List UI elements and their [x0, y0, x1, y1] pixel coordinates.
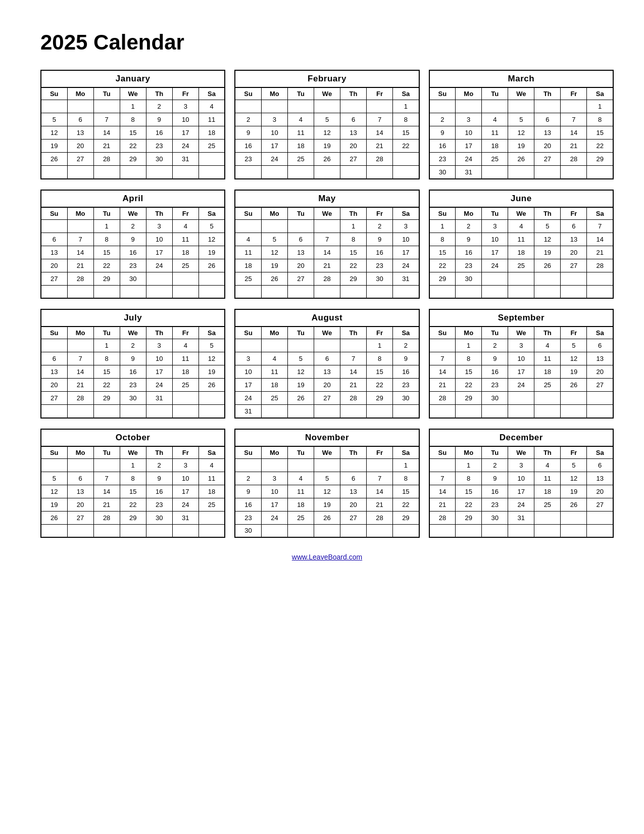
day-cell	[261, 524, 287, 537]
month-table-june: JuneSuMoTuWeThFrSa1234567891011121314151…	[429, 190, 614, 299]
day-header: Su	[235, 207, 261, 220]
day-header: Fr	[367, 207, 393, 220]
day-header: Th	[534, 207, 561, 220]
day-cell: 11	[482, 126, 508, 140]
day-cell: 30	[146, 153, 172, 166]
day-cell: 24	[172, 498, 199, 511]
day-header: Tu	[93, 207, 120, 220]
day-cell: 10	[235, 365, 261, 379]
day-cell	[67, 339, 93, 352]
day-cell: 24	[146, 259, 172, 272]
day-cell: 7	[367, 472, 393, 485]
day-cell	[41, 100, 67, 113]
day-cell: 26	[41, 511, 67, 524]
day-cell	[482, 272, 508, 285]
day-cell: 29	[367, 392, 393, 405]
day-cell: 9	[482, 472, 508, 485]
footer-link[interactable]: www.LeaveBoard.com	[40, 553, 614, 561]
day-cell: 22	[393, 140, 419, 153]
day-cell	[199, 285, 225, 298]
month-table-november: NovemberSuMoTuWeThFrSa123456789101112131…	[234, 429, 419, 538]
day-cell	[287, 285, 314, 298]
day-header: Su	[429, 327, 456, 339]
day-cell	[367, 405, 393, 418]
table-row: 18192021222324	[235, 259, 419, 272]
day-cell: 29	[340, 272, 367, 285]
day-cell: 19	[534, 246, 561, 259]
day-header: Th	[340, 446, 367, 459]
day-cell: 14	[67, 246, 93, 259]
day-cell	[199, 166, 225, 179]
day-cell	[314, 339, 340, 352]
day-cell: 1	[120, 458, 146, 472]
day-cell: 1	[93, 339, 120, 352]
day-cell: 4	[534, 458, 561, 472]
day-cell: 2	[482, 458, 508, 472]
day-cell: 17	[261, 498, 287, 511]
day-cell: 17	[146, 246, 172, 259]
day-header: Th	[146, 87, 172, 100]
month-name: March	[429, 70, 613, 87]
day-cell: 16	[146, 485, 172, 498]
day-cell: 11	[508, 233, 534, 246]
day-cell: 29	[456, 392, 482, 405]
day-cell: 3	[235, 352, 261, 365]
month-table-july: JulySuMoTuWeThFrSa1234567891011121314151…	[40, 309, 225, 419]
day-header: We	[508, 87, 534, 100]
day-cell: 18	[287, 498, 314, 511]
table-row: 6789101112	[41, 352, 225, 365]
day-cell: 10	[261, 126, 287, 140]
day-cell: 18	[508, 246, 534, 259]
day-cell: 15	[120, 485, 146, 498]
day-cell: 4	[534, 339, 561, 352]
day-header: Su	[41, 207, 67, 220]
day-cell: 3	[508, 458, 534, 472]
day-cell	[172, 272, 199, 285]
day-cell: 11	[287, 485, 314, 498]
day-cell: 28	[429, 511, 456, 524]
day-header: Fr	[172, 207, 199, 220]
day-cell	[93, 458, 120, 472]
month-name: February	[235, 70, 419, 87]
day-cell	[120, 166, 146, 179]
day-cell: 16	[367, 246, 393, 259]
day-cell: 29	[120, 153, 146, 166]
table-row: 282930	[429, 392, 613, 405]
month-name: December	[429, 429, 613, 446]
day-cell	[146, 166, 172, 179]
day-cell	[67, 458, 93, 472]
day-cell: 18	[287, 140, 314, 153]
day-cell: 11	[235, 246, 261, 259]
day-cell	[534, 405, 561, 418]
day-cell: 10	[508, 352, 534, 365]
day-cell: 19	[199, 365, 225, 379]
day-header: Su	[41, 327, 67, 339]
day-cell: 31	[172, 511, 199, 524]
day-cell	[340, 166, 367, 179]
day-cell: 30	[456, 272, 482, 285]
day-cell: 2	[120, 339, 146, 352]
day-cell: 9	[146, 472, 172, 485]
table-row	[41, 405, 225, 418]
day-cell: 27	[587, 379, 613, 392]
table-row: 10111213141516	[235, 365, 419, 379]
day-cell	[561, 524, 587, 537]
day-cell: 2	[456, 219, 482, 233]
day-cell	[261, 166, 287, 179]
day-cell: 6	[41, 233, 67, 246]
day-cell: 5	[508, 113, 534, 126]
day-cell: 24	[393, 259, 419, 272]
day-header: Mo	[261, 87, 287, 100]
day-cell: 15	[393, 126, 419, 140]
day-cell: 6	[314, 352, 340, 365]
day-header: We	[508, 446, 534, 459]
table-row: 12345	[41, 219, 225, 233]
day-cell: 23	[120, 259, 146, 272]
day-header: Mo	[456, 207, 482, 220]
day-cell	[534, 272, 561, 285]
day-cell: 22	[456, 498, 482, 511]
day-cell: 20	[587, 485, 613, 498]
day-cell: 19	[314, 140, 340, 153]
day-cell	[587, 392, 613, 405]
day-cell: 10	[482, 233, 508, 246]
